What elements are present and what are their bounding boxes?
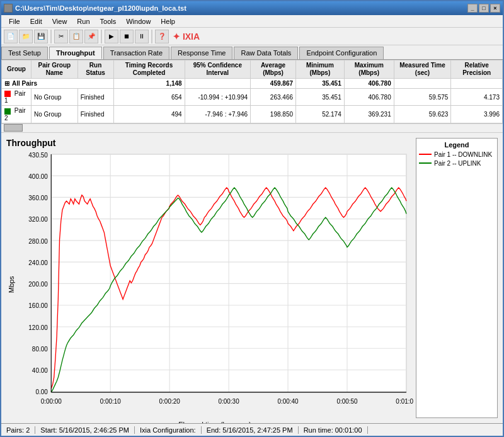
y-axis-label: Mbps [6, 150, 16, 418]
table-row: Pair 1 No Group Finished 654 -10.994 : +… [2, 89, 503, 106]
pair1-confidence: -10.994 : +10.994 [185, 89, 250, 106]
chart-container: Throughput Mbps [1, 133, 413, 423]
all-pairs-confidence [185, 79, 250, 89]
pair2-minimum: 52.174 [296, 106, 345, 123]
status-bar: Pairs: 2 Start: 5/16/2015, 2:46:25 PM Ix… [1, 423, 503, 436]
tab-test-setup[interactable]: Test Setup [1, 47, 48, 59]
paste-button[interactable]: 📌 [84, 30, 98, 43]
new-button[interactable]: 📄 [4, 30, 18, 43]
stop-button[interactable]: ⏹ [120, 30, 134, 43]
tab-response-time[interactable]: Response Time [171, 47, 232, 59]
minimize-button[interactable]: _ [467, 4, 478, 13]
pair2-measured: 59.623 [394, 106, 451, 123]
status-start: Start: 5/16/2015, 2:46:25 PM [35, 426, 135, 434]
toolbar-separator-3 [151, 30, 152, 43]
toolbar-separator-2 [101, 30, 102, 43]
toolbar-separator-1 [50, 30, 52, 43]
status-pairs: Pairs: 2 [6, 426, 35, 434]
tab-throughput[interactable]: Throughput [49, 47, 102, 59]
pair2-group-label: Pair 2 [2, 106, 32, 123]
window-controls[interactable]: _ □ × [467, 4, 500, 13]
menu-tools[interactable]: Tools [95, 16, 122, 26]
col-confidence: 95% Confidence Interval [185, 60, 250, 79]
pair1-precision: 4.173 [451, 89, 503, 106]
pair1-average: 263.466 [251, 89, 296, 106]
svg-text:280.00: 280.00 [28, 237, 48, 244]
svg-text:80.00: 80.00 [32, 345, 48, 352]
window-title: C:\Users\Tim\Desktop\netgear_pl1200\updn… [15, 4, 186, 12]
svg-text:430.50: 430.50 [28, 151, 48, 158]
svg-text:0.00: 0.00 [35, 389, 48, 395]
menu-file[interactable]: File [4, 16, 25, 26]
svg-text:0:01:00: 0:01:00 [396, 397, 413, 404]
all-pairs-maximum: 406.780 [344, 79, 394, 89]
title-bar: C:\Users\Tim\Desktop\netgear_pl1200\updn… [1, 1, 503, 15]
legend-label-pair1: Pair 1 -- DOWNLINK [434, 151, 492, 158]
all-pairs-label: ⊞All Pairs [2, 79, 114, 89]
close-button[interactable]: × [490, 4, 500, 13]
svg-text:320.00: 320.00 [28, 216, 48, 223]
menu-help[interactable]: Help [156, 16, 180, 26]
pair2-precision: 3.996 [451, 106, 503, 123]
legend-label-pair2: Pair 2 -- UPLINK [434, 160, 481, 167]
legend-item-pair1: Pair 1 -- DOWNLINK [419, 151, 495, 158]
svg-text:0:00:10: 0:00:10 [100, 397, 121, 404]
table-row-all-pairs: ⊞All Pairs 1,148 459.867 35.451 406.780 [2, 79, 503, 89]
legend-line-red [419, 154, 432, 155]
window-icon [4, 4, 13, 13]
pause-button[interactable]: ⏸ [135, 30, 149, 43]
svg-text:0:00:00: 0:00:00 [41, 397, 62, 404]
pair1-maximum: 406.780 [344, 89, 394, 106]
menu-run[interactable]: Run [72, 16, 94, 26]
legend-line-green [419, 162, 432, 164]
run-button[interactable]: ▶ [105, 30, 118, 43]
pair2-average: 198.850 [251, 106, 296, 123]
chart-area: Throughput Mbps [1, 133, 503, 423]
pair2-maximum: 369.231 [344, 106, 394, 123]
data-table-container: Group Pair Group Name Run Status Timing … [1, 60, 503, 133]
h-scrollbar-thumb[interactable] [4, 124, 23, 132]
copy-button[interactable]: 📋 [69, 30, 83, 43]
open-button[interactable]: 📁 [19, 30, 33, 43]
maximize-button[interactable]: □ [479, 4, 489, 13]
svg-text:40.00: 40.00 [32, 367, 48, 374]
tab-raw-data[interactable]: Raw Data Totals [234, 47, 298, 59]
chart-wrapper: Mbps [6, 150, 413, 418]
menu-view[interactable]: View [47, 16, 72, 26]
pair1-group-label: Pair 1 [2, 89, 32, 106]
svg-text:400.00: 400.00 [28, 173, 48, 179]
col-timing-records: Timing Records Completed [113, 60, 185, 79]
data-table: Group Pair Group Name Run Status Timing … [1, 60, 503, 123]
svg-text:160.00: 160.00 [28, 302, 48, 309]
svg-text:240.00: 240.00 [28, 259, 48, 266]
menu-window[interactable]: Window [121, 16, 156, 26]
help-icon[interactable]: ❓ [155, 30, 169, 43]
svg-text:200.00: 200.00 [28, 281, 48, 288]
save-button[interactable]: 💾 [34, 30, 48, 43]
all-pairs-average: 459.867 [251, 79, 296, 89]
pair2-confidence: -7.946 : +7.946 [185, 106, 250, 123]
pair2-timing: 494 [113, 106, 185, 123]
chart-svg: 430.50 400.00 360.00 320.00 280.00 240.0… [16, 150, 413, 418]
all-pairs-timing: 1,148 [113, 79, 185, 89]
pair2-status: Finished [77, 106, 113, 123]
col-minimum: Minimum (Mbps) [296, 60, 345, 79]
ixia-logo: ✦ IXIA [173, 31, 200, 42]
col-average: Average (Mbps) [251, 60, 296, 79]
pair1-status: Finished [77, 89, 113, 106]
chart-title: Throughput [6, 138, 413, 148]
tab-transaction-rate[interactable]: Transaction Rate [103, 47, 169, 59]
status-end: End: 5/16/2015, 2:47:25 PM [202, 426, 299, 434]
cut-button[interactable]: ✂ [54, 30, 68, 43]
all-pairs-measured [394, 79, 451, 89]
svg-text:0:00:40: 0:00:40 [277, 397, 298, 404]
tab-endpoint-config[interactable]: Endpoint Configuration [299, 47, 384, 59]
svg-text:120.00: 120.00 [28, 324, 48, 331]
menu-edit[interactable]: Edit [25, 16, 47, 26]
chart-svg-container: 430.50 400.00 360.00 320.00 280.00 240.0… [16, 150, 413, 418]
menu-bar: File Edit View Run Tools Window Help [1, 15, 503, 28]
svg-text:0:00:30: 0:00:30 [219, 397, 239, 404]
pair2-group: No Group [31, 106, 77, 123]
pair1-group: No Group [31, 89, 77, 106]
tab-bar: Test Setup Throughput Transaction Rate R… [1, 45, 503, 60]
